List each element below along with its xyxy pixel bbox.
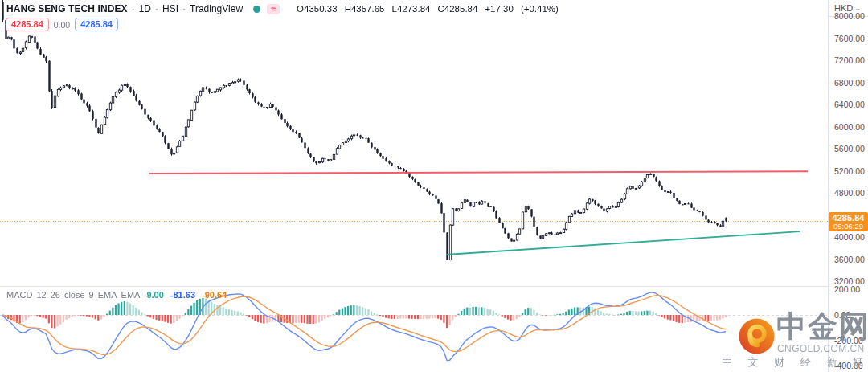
sell-price-tag[interactable]: 4285.84	[6, 18, 49, 31]
macd-name: MACD	[6, 290, 32, 300]
ohlc-readout: O4350.33 H4357.65 L4273.84 C4285.84 +17.…	[297, 4, 559, 14]
change-percent: (+0.41%)	[521, 4, 559, 14]
price-tick-label: 7200.00	[834, 55, 865, 65]
market-open-dot-icon[interactable]	[253, 6, 260, 13]
macd-fast-length: 12	[36, 290, 46, 300]
price-tick-label: 6000.00	[834, 122, 865, 132]
price-tick-label: 6800.00	[834, 78, 865, 88]
macd-slow-length: 26	[51, 290, 60, 300]
spread-value: 0.00	[54, 20, 70, 30]
separator: ·	[132, 3, 135, 14]
low-value: 4273.84	[397, 4, 431, 14]
separator: ·	[155, 3, 158, 14]
price-tick-label: 4000.00	[834, 232, 865, 242]
macd-signal-value: -90.64	[202, 290, 227, 300]
minds-icon[interactable]: ≈	[267, 4, 280, 14]
separator: ·	[182, 3, 186, 14]
open-label: O	[297, 4, 304, 14]
last-price-badge: 4285.84 05:06:29	[829, 212, 868, 231]
cngold-watermark: 中金网 CNGOLD.COM.CN 中 文 财 经 新 媒 体	[720, 315, 868, 370]
watermark-tagline: 中 文 财 经 新 媒 体	[722, 355, 868, 370]
watermark-brand: 中金网	[776, 310, 868, 344]
high-label: H	[345, 4, 351, 14]
change-value: +17.30	[485, 4, 514, 14]
price-tick-label: 5200.00	[834, 166, 865, 176]
exchange-label: HSI	[162, 3, 178, 14]
price-tick-label: 6400.00	[834, 100, 865, 109]
cngold-logo-icon	[739, 318, 775, 354]
macd-histogram-value: 9.00	[146, 290, 163, 300]
open-value: 4350.33	[304, 4, 338, 14]
watermark-domain: CNGOLD.COM.CN	[777, 343, 865, 354]
close-value: 4285.84	[444, 4, 478, 14]
macd-ma-type: EMA	[121, 290, 141, 300]
platform-label[interactable]: TradingView	[190, 3, 243, 14]
interval-label[interactable]: 1D	[139, 3, 151, 14]
price-tick-label: 8000.00	[834, 11, 865, 21]
bar-countdown: 05:06:29	[829, 223, 868, 231]
chart-window: HANG SENG TECH INDEX · 1D · HSI · Tradin…	[0, 0, 868, 372]
close-label: C	[438, 4, 444, 14]
pane-divider[interactable]	[0, 286, 868, 287]
macd-ma-type: EMA	[98, 290, 117, 300]
macd-line-value: -81.63	[170, 290, 195, 300]
price-tick-label: 4800.00	[834, 188, 865, 198]
buy-price-tag[interactable]: 4285.84	[75, 18, 118, 31]
macd-tick-label: 200.00	[834, 284, 860, 294]
macd-source: close	[64, 290, 85, 300]
order-tag-row: 4285.84 0.00 4285.84	[6, 18, 118, 31]
price-tick-label: 7600.00	[834, 34, 865, 43]
macd-signal-length: 9	[89, 290, 94, 300]
symbol-title[interactable]: HANG SENG TECH INDEX	[6, 3, 128, 14]
price-tick-label: 5600.00	[834, 144, 865, 153]
macd-indicator-header[interactable]: MACD 12 26 close 9 EMA EMA 9.00 -81.63 -…	[6, 290, 227, 300]
symbol-header: HANG SENG TECH INDEX · 1D · HSI · Tradin…	[6, 3, 559, 14]
price-tick-label: 3600.00	[834, 255, 865, 264]
high-value: 4357.65	[351, 4, 385, 14]
